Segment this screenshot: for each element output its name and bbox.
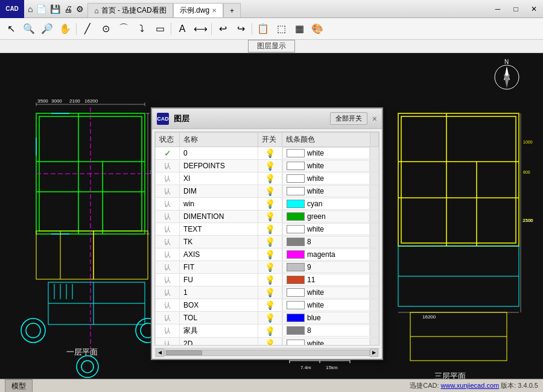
table-row[interactable]: 认1💡white xyxy=(156,286,379,299)
layer-color-cell[interactable]: 8 xyxy=(282,324,370,337)
tab-drawing[interactable]: 示例.dwg ✕ xyxy=(173,3,223,17)
layer-switch-cell[interactable]: 💡 xyxy=(258,261,282,274)
layer-switch-cell[interactable]: 💡 xyxy=(258,172,282,185)
table-row[interactable]: 认DEFPOINTS💡white xyxy=(156,160,379,172)
tool-block[interactable]: ⬚ xyxy=(273,21,290,37)
layer-name-cell[interactable]: DIM xyxy=(180,185,258,198)
layer-color-cell[interactable]: 9 xyxy=(282,261,370,273)
home-icon[interactable]: ⌂ xyxy=(27,3,34,15)
layer-switch-cell[interactable]: 💡 xyxy=(258,185,282,198)
save-icon[interactable]: 💾 xyxy=(49,3,62,15)
print-icon[interactable]: 🖨 xyxy=(63,3,74,15)
layer-name-cell[interactable]: DEFPOINTS xyxy=(180,160,258,172)
table-row[interactable]: 认DIMENTION💡green xyxy=(156,210,379,223)
layer-switch-cell[interactable]: 💡 xyxy=(258,210,282,223)
layer-color-cell[interactable]: magenta xyxy=(282,248,370,261)
layer-name-cell[interactable]: TK xyxy=(180,236,258,248)
tool-circle[interactable]: ⊙ xyxy=(97,21,114,37)
tool-redo[interactable]: ↪ xyxy=(232,21,249,37)
tool-hatch[interactable]: ▦ xyxy=(291,21,308,37)
tool-zoom-in[interactable]: 🔍 xyxy=(21,21,37,37)
layer-color-cell[interactable]: white xyxy=(282,338,370,346)
layer-switch-cell[interactable]: 💡 xyxy=(258,236,282,248)
layer-name-cell[interactable]: AXIS xyxy=(180,248,258,261)
restore-button[interactable]: □ xyxy=(507,0,525,18)
tool-select[interactable]: ↖ xyxy=(2,21,19,37)
tab-home[interactable]: ⌂ 首页 - 迅捷CAD看图 xyxy=(87,3,173,17)
drawing-area[interactable]: 16200 32000 3500 3000 2100 一层平面 xyxy=(0,53,543,379)
layer-switch-cell[interactable]: 💡 xyxy=(258,286,282,299)
tool-gradient[interactable]: 🎨 xyxy=(309,21,326,37)
table-row[interactable]: 认FU💡11 xyxy=(156,274,379,286)
layer-switch-cell[interactable]: 💡 xyxy=(258,160,282,172)
layer-name-cell[interactable]: 家具 xyxy=(180,324,258,338)
layer-switch-cell[interactable]: 💡 xyxy=(258,274,282,286)
table-row[interactable]: 认XI💡white xyxy=(156,172,379,185)
layer-switch-cell[interactable]: 💡 xyxy=(258,299,282,312)
layer-name-cell[interactable]: 1 xyxy=(180,286,258,299)
layer-name-cell[interactable]: win xyxy=(180,198,258,210)
layer-name-cell[interactable]: FIT xyxy=(180,261,258,274)
layer-color-cell[interactable]: white xyxy=(282,185,370,197)
table-row[interactable]: 认TEXT💡white xyxy=(156,223,379,236)
tool-arc[interactable]: ⌒ xyxy=(115,21,132,37)
new-icon[interactable]: 📄 xyxy=(35,3,48,15)
tab-close-icon[interactable]: ✕ xyxy=(212,7,217,14)
table-row[interactable]: 认AXIS💡magenta xyxy=(156,248,379,261)
layer-name-cell[interactable]: BOX xyxy=(180,299,258,312)
scroll-left-arrow[interactable]: ◀ xyxy=(156,349,164,357)
layer-switch-cell[interactable]: 💡 xyxy=(258,312,282,324)
layer-color-cell[interactable]: green xyxy=(282,210,370,223)
layer-color-cell[interactable]: blue xyxy=(282,312,370,324)
model-tab[interactable]: 模型 xyxy=(5,379,33,393)
tool-dim[interactable]: ⟷ xyxy=(192,21,209,37)
tool-rect[interactable]: ▭ xyxy=(151,21,168,37)
tool-line[interactable]: ╱ xyxy=(79,21,96,37)
dialog-close-button[interactable]: × xyxy=(372,114,377,124)
layer-switch-cell[interactable]: 💡 xyxy=(258,324,282,338)
table-row[interactable]: 认家具💡8 xyxy=(156,324,379,338)
tool-polyline[interactable]: ⤵ xyxy=(133,21,150,37)
tool-text[interactable]: A xyxy=(174,21,191,37)
toggle-all-button[interactable]: 全部开关 xyxy=(330,112,367,125)
layer-color-cell[interactable]: white xyxy=(282,147,370,159)
tool-pan[interactable]: ✋ xyxy=(57,21,74,37)
layer-color-cell[interactable]: white xyxy=(282,160,370,172)
table-row[interactable]: 认DIM💡white xyxy=(156,185,379,198)
settings-icon[interactable]: ⚙ xyxy=(75,3,85,15)
table-row[interactable]: 认FIT💡9 xyxy=(156,261,379,274)
table-row[interactable]: 认BOX💡white xyxy=(156,299,379,312)
layer-color-cell[interactable]: 8 xyxy=(282,236,370,248)
scroll-track[interactable] xyxy=(164,350,370,356)
dialog-title-bar[interactable]: CAD 图层 全部开关 × xyxy=(152,109,382,129)
new-tab-button[interactable]: + xyxy=(223,3,241,17)
close-button[interactable]: ✕ xyxy=(525,0,543,18)
layer-table-container[interactable]: 状态 名称 开关 线条颜色 ✓0💡white认DEFPOINTS💡white认X… xyxy=(154,131,379,346)
table-row[interactable]: 认2D💡white xyxy=(156,338,379,346)
layer-color-cell[interactable]: white xyxy=(282,299,370,311)
layer-name-cell[interactable]: XI xyxy=(180,172,258,185)
minimize-button[interactable]: ─ xyxy=(489,0,507,18)
layer-name-cell[interactable]: DIMENTION xyxy=(180,210,258,223)
layer-switch-cell[interactable]: 💡 xyxy=(258,338,282,346)
tool-zoom-out[interactable]: 🔎 xyxy=(39,21,56,37)
table-row[interactable]: 认TK💡8 xyxy=(156,236,379,248)
scroll-thumb[interactable] xyxy=(166,350,202,355)
layer-color-cell[interactable]: 11 xyxy=(282,274,370,286)
layer-name-cell[interactable]: 2D xyxy=(180,338,258,346)
table-row[interactable]: ✓0💡white xyxy=(156,147,379,160)
layer-name-cell[interactable]: TOL xyxy=(180,312,258,324)
layer-color-cell[interactable]: white xyxy=(282,223,370,235)
scroll-right-arrow[interactable]: ▶ xyxy=(370,349,378,357)
tool-layer[interactable]: 📋 xyxy=(255,21,272,37)
layer-switch-cell[interactable]: 💡 xyxy=(258,223,282,236)
table-row[interactable]: 认win💡cyan xyxy=(156,198,379,210)
layer-color-cell[interactable]: white xyxy=(282,172,370,185)
layer-name-cell[interactable]: FU xyxy=(180,274,258,286)
table-row[interactable]: 认TOL💡blue xyxy=(156,312,379,324)
layer-switch-cell[interactable]: 💡 xyxy=(258,198,282,210)
layer-name-cell[interactable]: 0 xyxy=(180,147,258,160)
layer-color-cell[interactable]: cyan xyxy=(282,198,370,210)
tool-undo[interactable]: ↩ xyxy=(214,21,231,37)
website-link[interactable]: www.xunjiecad.com xyxy=(441,382,500,389)
